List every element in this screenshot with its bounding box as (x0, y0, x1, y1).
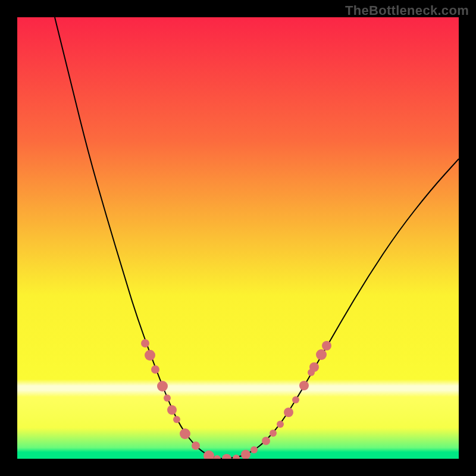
data-marker (322, 341, 331, 350)
data-marker (250, 446, 258, 453)
data-marker (167, 405, 177, 415)
data-marker (141, 339, 149, 347)
data-marker (299, 381, 309, 390)
data-marker (180, 428, 190, 439)
data-marker (284, 408, 293, 417)
data-marker (151, 365, 159, 374)
gradient-background (17, 17, 459, 459)
watermark-text: TheBottleneck.com (345, 3, 469, 18)
data-marker (262, 437, 270, 445)
data-marker (192, 441, 200, 450)
chart-frame (17, 17, 459, 459)
data-marker (316, 349, 327, 360)
data-marker (145, 350, 155, 361)
bottleneck-chart (17, 17, 459, 459)
data-marker (277, 421, 284, 428)
data-marker (157, 381, 168, 392)
data-marker (292, 396, 299, 403)
data-marker (164, 394, 171, 402)
data-marker (270, 430, 277, 437)
data-marker (309, 362, 319, 372)
data-marker (173, 416, 180, 423)
